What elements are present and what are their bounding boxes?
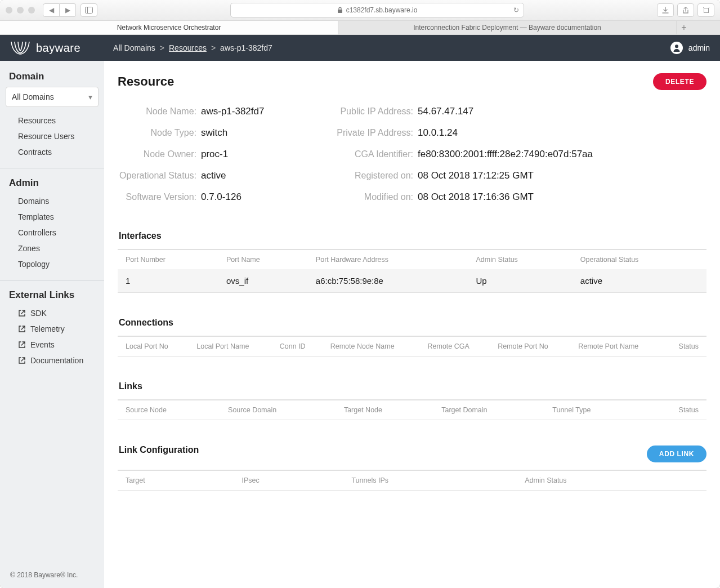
detail-label: Modified on: [332, 192, 413, 202]
sidebar-toggle-button[interactable] [81, 3, 97, 17]
panel-icon [85, 7, 93, 14]
sidebar-ext-title: External Links [9, 289, 95, 301]
detail-value: 08 Oct 2018 17:16:36 GMT [418, 191, 534, 203]
sidebar-item-sdk[interactable]: SDK [0, 305, 104, 321]
page-header: Resource DELETE [118, 73, 706, 90]
new-tab-button[interactable]: + [677, 21, 691, 34]
col-header: Target [118, 471, 234, 491]
tab-label: Network Microservice Orchestrator [117, 24, 221, 32]
sidebar-item-events[interactable]: Events [0, 337, 104, 353]
address-bar[interactable]: c1382fd7.sb.bayware.io ↻ [230, 3, 524, 17]
col-header: Tunnels IPs [343, 471, 517, 491]
app-header: bayware All Domains > Resources > aws-p1… [0, 35, 720, 61]
tabs-button[interactable] [697, 3, 714, 17]
sidebar-item-templates[interactable]: Templates [0, 209, 104, 225]
connections-table-wrap: Local Port No Local Port Name Conn ID Re… [118, 336, 706, 357]
detail-node-owner: Node Owner:proc-1 [118, 149, 315, 160]
svg-rect-3 [704, 8, 709, 13]
detail-cga-id: CGA Identifier:fe80:8300:2001:ffff:28e2:… [332, 149, 706, 160]
sidebar-item-telemetry[interactable]: Telemetry [0, 321, 104, 337]
sidebar-item-label: Documentation [30, 356, 83, 365]
detail-value: switch [201, 127, 227, 139]
external-link-icon [18, 341, 26, 349]
sidebar-item-topology[interactable]: Topology [0, 256, 104, 272]
detail-label: Operational Status: [118, 171, 196, 181]
domain-selector[interactable]: All Domains ▾ [6, 87, 99, 107]
sidebar-admin-title: Admin [9, 177, 95, 189]
sidebar-item-domains[interactable]: Domains [0, 193, 104, 209]
cell-port-number: 1 [118, 269, 218, 292]
detail-value: 08 Oct 2018 17:12:25 GMT [418, 170, 534, 181]
detail-label: Public IP Address: [332, 106, 413, 117]
brand-logo[interactable]: bayware [10, 41, 81, 55]
external-link-icon [18, 357, 26, 364]
back-button[interactable]: ◀ [43, 3, 60, 17]
user-menu[interactable]: admin [670, 42, 710, 54]
chevron-right-icon: > [211, 43, 216, 52]
browser-toolbar: ◀ ▶ c1382fd7.sb.bayware.io ↻ [0, 0, 720, 21]
url-host: c1382fd7.sb.bayware.io [346, 6, 418, 14]
col-header: Status [663, 337, 706, 357]
sidebar-item-label: SDK [30, 309, 47, 318]
crumb-all-domains[interactable]: All Domains [113, 43, 155, 52]
sidebar: Domain All Domains ▾ Resources Resource … [0, 61, 104, 588]
tabs-icon [703, 7, 709, 14]
sidebar-item-contracts[interactable]: Contracts [0, 144, 104, 160]
detail-op-status: Operational Status:active [118, 170, 315, 181]
detail-public-ip: Public IP Address:54.67.47.147 [332, 106, 706, 117]
sidebar-item-zones[interactable]: Zones [0, 240, 104, 256]
detail-label: CGA Identifier: [332, 149, 413, 159]
detail-label: Node Type: [118, 128, 196, 138]
browser-tab-0[interactable]: Network Microservice Orchestrator [0, 21, 338, 34]
lock-icon [337, 7, 343, 14]
nav-buttons: ◀ ▶ [43, 3, 76, 17]
sidebar-item-controllers[interactable]: Controllers [0, 225, 104, 240]
crumb-resources[interactable]: Resources [169, 43, 207, 52]
table-header-row: Source Node Source Domain Target Node Ta… [118, 400, 706, 420]
col-header: Operational Status [573, 250, 706, 270]
col-header: Source Domain [220, 400, 336, 420]
sidebar-item-documentation[interactable]: Documentation [0, 353, 104, 368]
downloads-button[interactable] [657, 3, 674, 17]
col-header: Source Node [118, 400, 220, 420]
link-config-table-wrap: Target IPsec Tunnels IPs Admin Status [118, 470, 706, 491]
bayware-logo-icon [10, 41, 30, 55]
col-header: Remote CGA [420, 337, 490, 357]
col-header: Remote Port Name [570, 337, 663, 357]
col-header: Target Node [336, 400, 433, 420]
avatar [670, 42, 683, 54]
close-window-icon[interactable] [6, 7, 12, 14]
detail-value: 10.0.1.24 [418, 127, 458, 139]
browser-tab-1[interactable]: Interconnection Fabric Deployment — Bayw… [338, 21, 677, 34]
username: admin [688, 43, 710, 52]
sidebar-item-resource-users[interactable]: Resource Users [0, 128, 104, 144]
links-table-wrap: Source Node Source Domain Target Node Ta… [118, 399, 706, 420]
minimize-window-icon[interactable] [17, 7, 24, 14]
detail-label: Software Version: [118, 192, 196, 202]
breadcrumb: All Domains > Resources > aws-p1-382fd7 [113, 43, 272, 52]
col-header: Status [642, 400, 706, 420]
detail-private-ip: Private IP Address:10.0.1.24 [332, 127, 706, 139]
col-header: Port Number [118, 250, 218, 270]
reload-button[interactable]: ↻ [513, 6, 519, 14]
delete-button[interactable]: DELETE [653, 73, 706, 90]
col-header: Local Port Name [189, 337, 271, 357]
section-header: Link Configuration ADD LINK [118, 445, 706, 463]
section-connections: Connections Local Port No Local Port Nam… [118, 318, 706, 357]
forward-button[interactable]: ▶ [60, 3, 76, 17]
zoom-window-icon[interactable] [28, 7, 35, 14]
sidebar-domain-title: Domain [9, 71, 95, 82]
svg-rect-0 [86, 7, 93, 14]
section-interfaces: Interfaces Port Number Port Name Port Ha… [118, 231, 706, 293]
chevron-right-icon: > [160, 43, 164, 52]
window-controls[interactable] [6, 7, 35, 14]
col-header: Remote Node Name [323, 337, 420, 357]
detail-value: active [201, 170, 226, 181]
sidebar-item-resources[interactable]: Resources [0, 113, 104, 128]
section-link-config: Link Configuration ADD LINK Target IPsec… [118, 445, 706, 491]
add-link-button[interactable]: ADD LINK [647, 446, 706, 462]
col-header: Admin Status [517, 471, 706, 491]
app-window: ◀ ▶ c1382fd7.sb.bayware.io ↻ N [0, 0, 720, 588]
table-row[interactable]: 1 ovs_if a6:cb:75:58:9e:8e Up active [118, 269, 706, 292]
share-button[interactable] [677, 3, 694, 17]
